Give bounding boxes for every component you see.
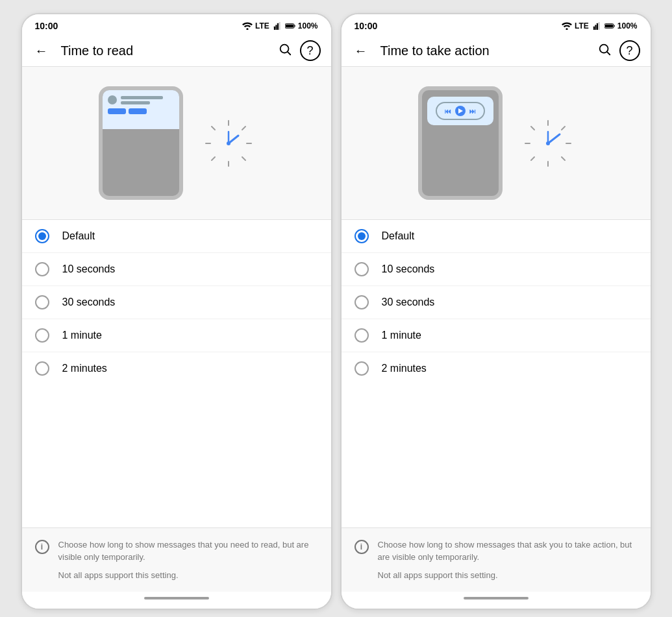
svg-point-21 [566, 28, 567, 30]
radio-item-2m-right[interactable]: 2 minutes [342, 352, 651, 385]
signal-icon-left [272, 22, 282, 30]
radio-label-2m-left: 2 minutes [62, 363, 107, 374]
notif-icon-left [108, 95, 117, 104]
svg-point-41 [546, 141, 550, 145]
svg-rect-1 [274, 27, 275, 30]
back-button-right[interactable]: ← [352, 41, 370, 61]
media-controls-right: ⏮ ⏭ [436, 102, 485, 120]
radio-item-default-right[interactable]: Default [342, 220, 651, 253]
info-icon-left: i [35, 540, 49, 554]
phone-mockup-left [99, 86, 183, 200]
radio-circle-30s-left [35, 295, 49, 309]
radio-inner-default-right [358, 232, 366, 240]
radio-circle-10s-left [35, 262, 49, 276]
svg-line-16 [242, 127, 245, 130]
radio-circle-2m-right [355, 361, 369, 376]
lte-text-right: LTE [575, 21, 589, 30]
svg-line-37 [562, 127, 565, 130]
battery-icon-right [604, 22, 615, 30]
play-btn-right [455, 106, 466, 116]
svg-rect-4 [279, 22, 280, 30]
app-bar-right: ← Time to take action ? [342, 35, 651, 67]
svg-line-36 [562, 157, 565, 160]
clock-illustration-right [522, 117, 574, 169]
wifi-icon-left [242, 22, 253, 30]
radio-item-30s-right[interactable]: 30 seconds [342, 286, 651, 319]
radio-item-default-left[interactable]: Default [22, 220, 331, 253]
svg-point-20 [227, 141, 230, 145]
phone-frame-left: 10:00 LTE 100% ← Time to rea [21, 13, 332, 610]
battery-icon-left [285, 22, 295, 30]
clock-illustration-left [203, 117, 255, 169]
svg-rect-27 [614, 25, 614, 27]
status-bar-right: 10:00 LTE 100% [342, 14, 651, 35]
help-button-left[interactable]: ? [300, 40, 321, 61]
radio-circle-1m-left [35, 328, 49, 343]
status-icons-left: LTE 100% [242, 21, 317, 30]
page-title-left: Time to read [61, 43, 268, 58]
radio-item-10s-right[interactable]: 10 seconds [342, 253, 651, 286]
radio-item-10s-left[interactable]: 10 seconds [22, 253, 331, 286]
back-button-left[interactable]: ← [32, 41, 51, 61]
notif-lines-left [121, 96, 174, 104]
bottom-bar-right [342, 592, 651, 609]
radio-inner-default-left [38, 232, 46, 240]
svg-rect-28 [605, 25, 613, 28]
svg-rect-2 [275, 25, 277, 30]
radio-label-default-right: Default [382, 230, 415, 242]
app-bar-icons-right: ? [597, 40, 640, 61]
info-text-p1-right: Choose how long to show messages that as… [378, 538, 638, 564]
radio-item-1m-left[interactable]: 1 minute [22, 319, 331, 352]
notif-row-left [108, 95, 174, 104]
info-text-left: Choose how long to show messages that yo… [58, 538, 318, 582]
svg-rect-25 [598, 22, 599, 30]
status-bar-left: 10:00 LTE 100% [22, 14, 331, 35]
search-button-right[interactable] [597, 42, 612, 60]
clock-svg-left [203, 117, 255, 169]
info-text-right: Choose how long to show messages that as… [378, 538, 638, 582]
svg-rect-3 [277, 23, 279, 30]
radio-label-2m-right: 2 minutes [382, 363, 427, 374]
svg-line-35 [531, 127, 534, 130]
radio-circle-default-left [35, 229, 49, 243]
radio-label-30s-left: 30 seconds [62, 296, 116, 308]
radio-circle-2m-left [35, 361, 49, 376]
illustration-area-left [22, 67, 331, 220]
radio-item-2m-left[interactable]: 2 minutes [22, 352, 331, 385]
radio-label-default-left: Default [62, 230, 95, 242]
radio-item-30s-left[interactable]: 30 seconds [22, 286, 331, 319]
svg-line-38 [531, 157, 534, 160]
illustration-area-right: ⏮ ⏭ [342, 67, 651, 220]
app-bar-left: ← Time to read ? [22, 35, 331, 67]
signal-icon-right [591, 22, 602, 30]
info-icon-right: i [355, 540, 369, 554]
search-button-left[interactable] [278, 42, 292, 60]
notif-btn1-left [108, 108, 126, 114]
notif-line-long-left [121, 96, 164, 99]
help-button-right[interactable]: ? [619, 40, 640, 61]
radio-list-right: Default 10 seconds 30 seconds 1 minute 2… [342, 220, 651, 527]
svg-point-0 [246, 28, 248, 30]
info-text-p2-left: Not all apps support this setting. [58, 569, 318, 582]
radio-list-left: Default 10 seconds 30 seconds 1 minute 2… [22, 220, 331, 527]
radio-label-1m-left: 1 minute [62, 330, 102, 341]
page-title-right: Time to take action [380, 43, 587, 58]
battery-pct-left: 100% [298, 21, 318, 30]
info-text-p2-right: Not all apps support this setting. [378, 569, 638, 582]
info-text-p1-left: Choose how long to show messages that yo… [58, 538, 318, 564]
svg-rect-7 [286, 25, 293, 28]
bottom-bar-left [22, 592, 331, 609]
battery-pct-right: 100% [617, 21, 638, 30]
phone-frame-right: 10:00 LTE 100% ← Time to tak [340, 13, 652, 610]
home-indicator-right [464, 597, 529, 599]
media-notif-right: ⏮ ⏭ [427, 97, 493, 125]
svg-line-17 [212, 157, 215, 160]
notification-screen-left [103, 90, 179, 129]
svg-line-39 [548, 134, 560, 143]
radio-circle-30s-right [355, 295, 369, 309]
radio-item-1m-right[interactable]: 1 minute [342, 319, 651, 352]
status-icons-right: LTE 100% [562, 21, 637, 30]
home-indicator-left [144, 597, 209, 599]
info-section-right: i Choose how long to show messages that … [342, 527, 651, 592]
notif-btn2-left [129, 108, 147, 114]
